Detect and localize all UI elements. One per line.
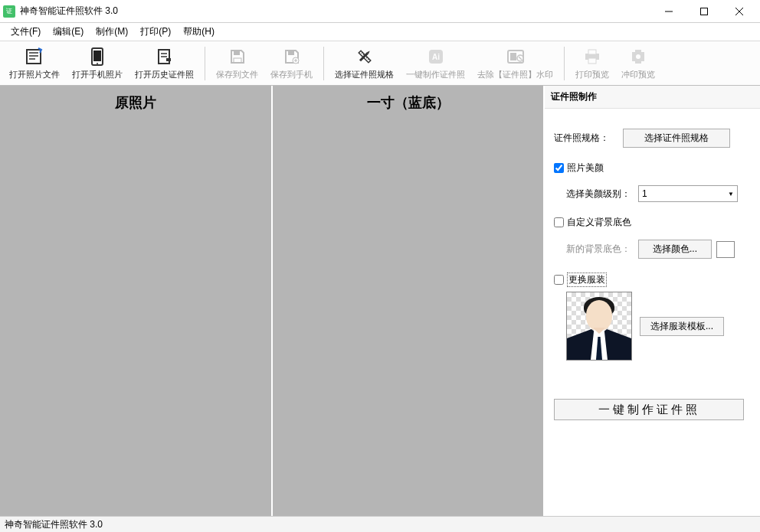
result-photo-pane: 一寸（蓝底）: [273, 86, 545, 516]
change-clothes-checkbox-input[interactable]: [554, 275, 564, 285]
svg-rect-21: [510, 53, 516, 60]
svg-rect-26: [588, 58, 596, 64]
svg-rect-13: [288, 51, 294, 55]
dev-preview-button[interactable]: 冲印预览: [615, 44, 661, 83]
svg-rect-10: [166, 58, 171, 61]
one-click-make-panel-button[interactable]: 一键制作证件照: [554, 399, 744, 420]
svg-point-29: [636, 54, 640, 59]
app-icon: 证: [3, 5, 15, 18]
save-icon: [227, 46, 248, 67]
open-photo-file-button[interactable]: 打开照片文件: [3, 44, 66, 83]
toolbar: 打开照片文件 打开手机照片 打开历史证件照 保存到文件 保存到手机 选择证件照规…: [0, 41, 760, 86]
svg-rect-28: [635, 50, 641, 53]
one-click-make-button[interactable]: Ai 一键制作证件照: [400, 44, 471, 83]
bg-color-swatch: [716, 241, 735, 258]
result-pane-title: 一寸（蓝底）: [273, 86, 543, 112]
ruler-pencil-icon: [354, 46, 375, 67]
status-text: 神奇智能证件照软件 3.0: [5, 518, 103, 531]
beauty-checkbox-input[interactable]: [554, 163, 564, 173]
save-to-phone-button[interactable]: 保存到手机: [264, 44, 319, 83]
toolbar-separator: [205, 47, 205, 80]
file-open-icon: [24, 46, 45, 67]
window-title: 神奇智能证件照软件 3.0: [20, 5, 118, 18]
svg-rect-1: [701, 8, 708, 15]
minimize-button[interactable]: [651, 0, 686, 23]
remove-watermark-button[interactable]: 去除【证件照】水印: [471, 44, 559, 83]
original-pane-title: 原照片: [0, 86, 271, 112]
beauty-level-value: 1: [642, 188, 647, 199]
titlebar: 证 神奇智能证件照软件 3.0: [0, 0, 760, 23]
menu-print[interactable]: 打印(P): [134, 24, 177, 40]
develop-icon: [627, 46, 649, 67]
beauty-checkbox-label: 照片美颜: [567, 162, 604, 175]
printer-icon: [581, 46, 603, 67]
save-to-file-button[interactable]: 保存到文件: [210, 44, 264, 83]
workspace: 原照片 一寸（蓝底） 证件照制作 证件照规格： 选择证件照规格 照片美颜 选择美…: [0, 86, 760, 516]
svg-rect-25: [588, 50, 596, 54]
settings-panel: 证件照制作 证件照规格： 选择证件照规格 照片美颜 选择美颜级别： 1 ▼: [545, 86, 760, 516]
close-button[interactable]: [722, 0, 757, 23]
maximize-button[interactable]: [686, 0, 722, 23]
change-clothes-checkbox[interactable]: 更换服装: [554, 273, 607, 287]
svg-text:Ai: Ai: [432, 53, 440, 61]
original-photo-pane: 原照片: [0, 86, 273, 516]
save-phone-icon: [281, 46, 303, 67]
svg-point-7: [97, 63, 98, 64]
choose-spec-button[interactable]: 选择证件照规格: [329, 44, 400, 83]
menu-make[interactable]: 制作(M): [90, 24, 134, 40]
menubar: 文件(F) 编辑(E) 制作(M) 打印(P) 帮助(H): [0, 23, 760, 41]
beauty-level-select[interactable]: 1 ▼: [638, 185, 738, 202]
menu-edit[interactable]: 编辑(E): [47, 24, 90, 40]
open-phone-photo-button[interactable]: 打开手机照片: [66, 44, 129, 83]
statusbar: 神奇智能证件照软件 3.0: [0, 516, 760, 532]
panel-header: 证件照制作: [545, 86, 760, 109]
custom-bg-checkbox-input[interactable]: [554, 217, 564, 227]
custom-bg-checkbox-label: 自定义背景底色: [567, 216, 631, 229]
svg-rect-6: [93, 51, 101, 61]
toolbar-separator: [323, 47, 324, 80]
svg-rect-30: [635, 61, 641, 64]
beauty-level-label: 选择美颜级别：: [566, 188, 638, 201]
open-history-button[interactable]: 打开历史证件照: [129, 44, 200, 83]
custom-bg-checkbox[interactable]: 自定义背景底色: [554, 216, 631, 229]
phone-icon: [87, 46, 108, 67]
spec-label: 证件照规格：: [554, 132, 623, 145]
toolbar-separator: [564, 47, 565, 80]
svg-rect-4: [27, 50, 41, 64]
clothing-template-preview: [566, 292, 632, 361]
menu-help[interactable]: 帮助(H): [177, 24, 221, 40]
svg-rect-11: [234, 51, 240, 55]
watermark-remove-icon: [505, 46, 526, 67]
choose-color-button[interactable]: 选择颜色...: [638, 240, 712, 259]
chevron-down-icon: ▼: [728, 191, 734, 197]
change-clothes-checkbox-label: 更换服装: [567, 273, 607, 287]
ai-icon: Ai: [425, 46, 447, 67]
choose-spec-panel-button[interactable]: 选择证件照规格: [623, 129, 730, 148]
beauty-checkbox[interactable]: 照片美颜: [554, 162, 604, 175]
choose-clothes-template-button[interactable]: 选择服装模板...: [640, 317, 724, 336]
history-file-icon: [154, 46, 175, 67]
new-bg-label: 新的背景底色：: [566, 243, 638, 256]
print-preview-button[interactable]: 打印预览: [569, 44, 615, 83]
menu-file[interactable]: 文件(F): [5, 24, 47, 40]
